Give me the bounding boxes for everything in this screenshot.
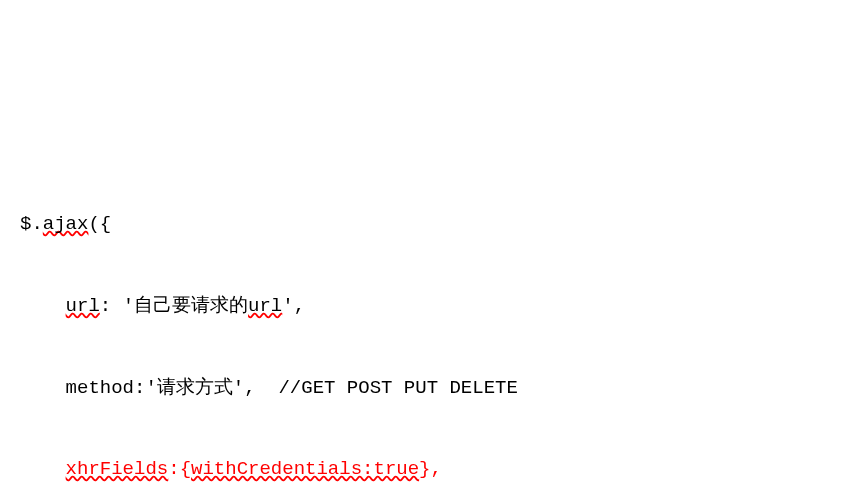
- text: : '自己要请求的: [100, 295, 248, 317]
- spellcheck-word: url: [66, 295, 100, 317]
- code-line-3: method:'请求方式', //GET POST PUT DELETE: [20, 368, 846, 409]
- code-snippet: $.ajax({ url: '自己要请求的url', method:'请求方式'…: [0, 163, 846, 503]
- text: $.: [20, 213, 43, 235]
- spellcheck-word: xhrFields: [66, 458, 169, 480]
- code-line-2: url: '自己要请求的url',: [20, 286, 846, 327]
- text: method:'请求方式', //GET POST PUT DELETE: [20, 377, 518, 399]
- spellcheck-word: ajax: [43, 213, 89, 235]
- text: :{: [168, 458, 191, 480]
- code-line-1: $.ajax({: [20, 204, 846, 245]
- spellcheck-word: withCredentials:true: [191, 458, 419, 480]
- indent: [20, 458, 66, 480]
- text: },: [419, 458, 442, 480]
- text: ',: [282, 295, 305, 317]
- text: ({: [88, 213, 111, 235]
- code-line-4-highlighted: xhrFields:{withCredentials:true},: [20, 449, 846, 490]
- indent: [20, 295, 66, 317]
- spellcheck-word: url: [248, 295, 282, 317]
